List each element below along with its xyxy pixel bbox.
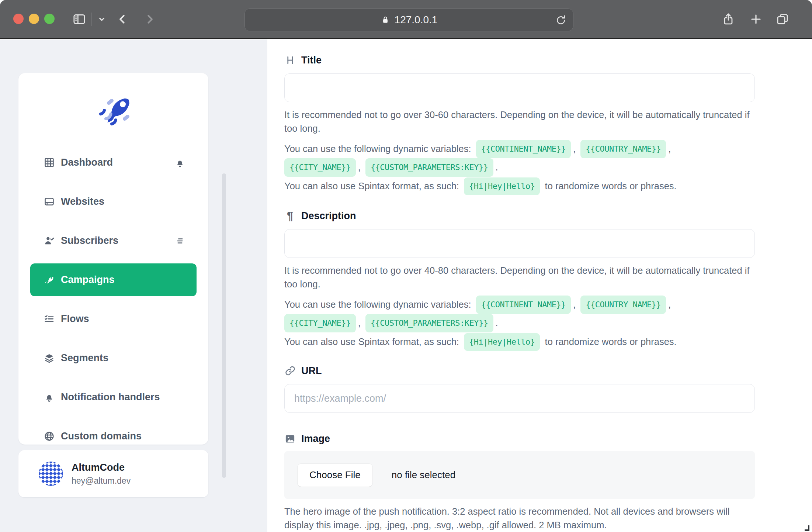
description-dynamic-variables: You can use the following dynamic variab… <box>284 296 755 332</box>
chevron-down-icon <box>96 14 107 25</box>
menu-lines-icon <box>174 235 185 246</box>
browser-chrome: 127.0.0.1 <box>0 0 812 39</box>
browser-card-icon <box>44 196 55 207</box>
profile-name: AltumCode <box>72 462 131 473</box>
sidebar-item-dashboard[interactable]: Dashboard <box>30 146 197 179</box>
new-tab-button[interactable] <box>747 10 765 28</box>
sidebar-item-websites[interactable]: Websites <box>30 185 197 218</box>
description-helper: It is recommended not to go over 40-80 c… <box>284 264 755 291</box>
profile-email: hey@altum.dev <box>72 476 131 486</box>
title-spintax-note: You can also use Spintax format, as such… <box>284 177 755 195</box>
description-spintax-note: You can also use Spintax format, as such… <box>284 333 755 351</box>
list-checks-icon <box>44 313 55 325</box>
profile-info: AltumCode hey@altum.dev <box>72 462 131 486</box>
minimize-button[interactable] <box>29 14 39 24</box>
variable-badge: {{COUNTRY_NAME}} <box>580 140 666 158</box>
pilcrow-icon: ¶ <box>284 210 296 222</box>
toolbar-divider <box>91 13 92 26</box>
reload-button[interactable] <box>554 13 568 27</box>
link-icon <box>284 365 296 377</box>
heading-icon <box>284 55 296 66</box>
sidebar-item-notification-handlers[interactable]: Notification handlers <box>30 381 197 414</box>
choose-file-button[interactable]: Choose File <box>298 464 372 487</box>
sidebar-item-label: Dashboard <box>61 157 113 168</box>
image-file-input[interactable]: Choose File no file selected <box>284 451 755 499</box>
share-icon <box>721 12 735 26</box>
variable-badge: {{CITY_NAME}} <box>284 314 356 332</box>
variable-badge: {{CONTINENT_NAME}} <box>476 140 571 158</box>
tab-overview-button[interactable] <box>774 10 791 28</box>
resize-corner-mark <box>805 525 809 531</box>
sidebar-item-label: Notification handlers <box>61 391 160 403</box>
description-section-heading: ¶ Description <box>284 209 755 222</box>
sidebar-item-label: Segments <box>61 352 108 364</box>
url-label: URL <box>301 365 322 377</box>
variable-badge: {{CONTINENT_NAME}} <box>476 296 571 314</box>
title-dynamic-variables: You can use the following dynamic variab… <box>284 140 755 177</box>
grid-icon <box>44 157 55 168</box>
app-logo <box>18 73 208 130</box>
variable-badge: {{CITY_NAME}} <box>284 158 356 177</box>
plus-icon <box>749 12 763 26</box>
share-button[interactable] <box>719 10 737 28</box>
globe-icon <box>44 431 55 442</box>
app-page: Dashboard Websites <box>0 39 812 532</box>
lock-icon <box>381 15 390 25</box>
url-section-heading: URL <box>284 364 755 377</box>
user-check-icon <box>44 235 55 246</box>
title-label: Title <box>301 55 322 66</box>
avatar <box>38 461 63 486</box>
forward-icon <box>143 13 156 26</box>
sidebar-item-label: Websites <box>61 196 104 207</box>
zoom-button[interactable] <box>44 14 55 24</box>
sidebar-item-campaigns[interactable]: Campaigns <box>30 263 197 296</box>
spintax-badge: {Hi|Hey|Hello} <box>464 333 540 351</box>
sidebar-item-label: Subscribers <box>61 235 118 246</box>
tabs-icon <box>775 12 790 26</box>
close-button[interactable] <box>13 14 24 24</box>
image-section-heading: Image <box>284 432 755 445</box>
spintax-badge: {Hi|Hey|Hello} <box>464 177 540 195</box>
traffic-lights <box>13 14 55 24</box>
sidebar-item-label: Campaigns <box>61 274 115 286</box>
bell-icon <box>44 391 55 403</box>
url-input[interactable] <box>284 384 755 413</box>
rocket-icon <box>44 274 55 286</box>
title-input[interactable] <box>284 73 755 102</box>
main-content: Title It is recommended not to go over 3… <box>267 39 812 532</box>
sidebar: Dashboard Websites <box>18 73 208 445</box>
sidebar-item-subscribers[interactable]: Subscribers <box>30 224 197 257</box>
profile-card[interactable]: AltumCode hey@altum.dev <box>18 450 208 497</box>
sidebar-toggle-icon <box>72 12 87 27</box>
sidebar-dropdown-button[interactable] <box>93 10 111 28</box>
sidebar-item-label: Custom domains <box>61 431 142 442</box>
sidebar-item-label: Flows <box>61 313 89 325</box>
forward-button[interactable] <box>141 10 159 28</box>
sidebar-nav: Dashboard Websites <box>18 146 208 453</box>
title-section-heading: Title <box>284 53 755 67</box>
sidebar-toggle-button[interactable] <box>70 10 88 28</box>
back-icon <box>116 13 129 26</box>
rocket-logo-icon <box>91 89 136 130</box>
address-url: 127.0.0.1 <box>395 14 438 26</box>
description-input[interactable] <box>284 229 755 258</box>
variable-badge: {{COUNTRY_NAME}} <box>580 296 666 314</box>
sidebar-scrollbar[interactable] <box>222 173 226 478</box>
sidebar-item-segments[interactable]: Segments <box>30 342 197 374</box>
bell-icon <box>174 157 185 168</box>
variable-badge: {{CUSTOM_PARAMETERS:KEY}} <box>365 158 493 177</box>
file-status-text: no file selected <box>392 469 455 481</box>
variable-badge: {{CUSTOM_PARAMETERS:KEY}} <box>365 314 493 332</box>
description-label: Description <box>301 210 356 222</box>
sidebar-item-flows[interactable]: Flows <box>30 303 197 335</box>
sidebar-item-custom-domains[interactable]: Custom domains <box>30 420 197 453</box>
image-label: Image <box>301 433 330 445</box>
image-icon <box>284 433 296 445</box>
layers-icon <box>44 352 55 364</box>
image-helper: The hero image of the push notification.… <box>284 505 755 532</box>
title-helper: It is recommended not to go over 30-60 c… <box>284 108 755 135</box>
back-button[interactable] <box>114 10 131 28</box>
address-bar[interactable]: 127.0.0.1 <box>244 8 573 31</box>
